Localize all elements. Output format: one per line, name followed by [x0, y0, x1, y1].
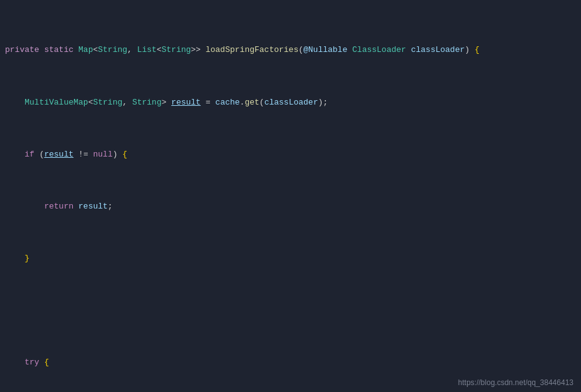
line-7: try {	[0, 356, 581, 369]
line-6	[0, 304, 581, 317]
line-5: }	[0, 252, 581, 266]
line-1: private static Map<String, List<String>>…	[0, 44, 581, 57]
line-2: MultiValueMap<String, String> result = c…	[0, 96, 581, 110]
line-3: if (result != null) {	[0, 148, 581, 162]
line-4: return result;	[0, 200, 581, 214]
code-block: private static Map<String, List<String>>…	[0, 0, 581, 382]
watermark: https://blog.csdn.net/qq_38446413	[458, 378, 573, 387]
